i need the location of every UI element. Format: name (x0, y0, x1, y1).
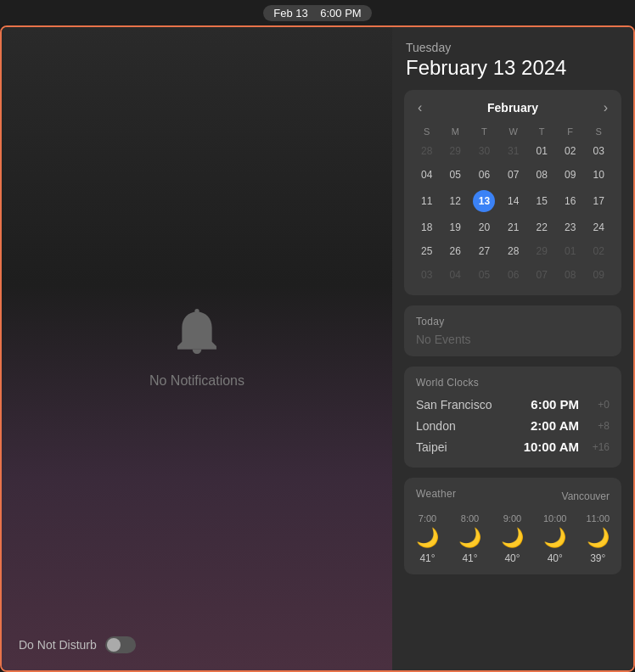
weekday-header: S (413, 124, 441, 139)
clock-row: San Francisco 6:00 PM +0 (416, 394, 610, 415)
weather-widget: Weather Vancouver 7:00 🌙 41° 8:00 🌙 41° … (404, 478, 621, 574)
forecast-time: 7:00 (419, 513, 436, 524)
clock-city: Taipei (416, 440, 524, 454)
calendar-day[interactable]: 14 (499, 187, 528, 216)
forecast-temp: 40° (504, 552, 520, 564)
calendar-day[interactable]: 13 (469, 187, 499, 216)
calendar-day[interactable]: 19 (441, 216, 470, 239)
day-name: Tuesday (406, 41, 620, 54)
calendar-day[interactable]: 17 (584, 187, 613, 216)
calendar-day[interactable]: 08 (556, 263, 585, 287)
left-panel: No Notifications Do Not Disturb (2, 27, 392, 670)
svg-rect-0 (194, 309, 199, 313)
calendar-day[interactable]: 31 (499, 139, 528, 163)
calendar-day[interactable]: 06 (499, 263, 528, 287)
forecast-icon: 🌙 (501, 527, 524, 549)
forecast-item: 9:00 🌙 40° (501, 513, 524, 564)
calendar-day[interactable]: 27 (469, 239, 499, 263)
calendar-day[interactable]: 28 (413, 139, 441, 163)
calendar-day[interactable]: 16 (556, 187, 585, 216)
world-clocks-widget: World Clocks San Francisco 6:00 PM +0 Lo… (404, 367, 621, 468)
forecast-time: 11:00 (586, 513, 610, 524)
calendar-day[interactable]: 05 (441, 163, 470, 187)
world-clocks-title: World Clocks (416, 377, 610, 389)
toggle-knob (107, 638, 121, 652)
clock-row: London 2:00 AM +8 (416, 415, 610, 436)
forecast-item: 7:00 🌙 41° (416, 513, 439, 564)
forecast-time: 10:00 (543, 513, 567, 524)
forecast-time: 9:00 (503, 513, 521, 524)
calendar-day[interactable]: 01 (556, 239, 585, 263)
calendar-grid: SMTWTFS 28293031010203040506070809101112… (413, 124, 613, 287)
forecast-temp: 41° (419, 552, 435, 564)
weather-header: Weather Vancouver (416, 488, 610, 505)
calendar-day[interactable]: 06 (469, 163, 499, 187)
dnd-toggle[interactable] (105, 636, 136, 653)
next-month-button[interactable]: › (598, 98, 613, 117)
date-display: Feb 13 (273, 7, 307, 20)
clock-time: 2:00 AM (531, 418, 579, 433)
clock-offset: +16 (586, 441, 610, 453)
calendar-day[interactable]: 09 (584, 263, 613, 287)
weekday-header: W (499, 124, 528, 139)
time-display: 6:00 PM (320, 7, 361, 20)
clock-city: London (416, 419, 531, 433)
calendar-day[interactable]: 09 (556, 163, 585, 187)
calendar-day[interactable]: 15 (527, 187, 556, 216)
date-header: Tuesday February 13 2024 (404, 41, 621, 80)
calendar-day[interactable]: 07 (527, 263, 556, 287)
dnd-bar: Do Not Disturb (19, 636, 136, 653)
weekday-header: M (441, 124, 470, 139)
weekday-header: S (584, 124, 613, 139)
clock-offset: +8 (586, 420, 610, 432)
forecast-temp: 41° (462, 552, 477, 564)
calendar-day[interactable]: 05 (469, 263, 499, 287)
calendar-day[interactable]: 02 (584, 239, 613, 263)
calendar-day[interactable]: 10 (584, 163, 613, 187)
calendar-day[interactable]: 04 (441, 263, 470, 287)
calendar-day[interactable]: 25 (413, 239, 441, 263)
forecast-temp: 40° (548, 552, 563, 564)
date-full: February 13 2024 (406, 56, 620, 80)
calendar-day[interactable]: 01 (527, 139, 556, 163)
no-notifications-label: No Notifications (149, 373, 244, 389)
right-panel: Tuesday February 13 2024 ‹ February › SM… (392, 27, 633, 670)
clock-row: Taipei 10:00 AM +16 (416, 436, 610, 457)
calendar-day[interactable]: 03 (413, 263, 441, 287)
weather-forecast: 7:00 🌙 41° 8:00 🌙 41° 9:00 🌙 40° 10:00 🌙… (416, 513, 610, 564)
calendar-day[interactable]: 23 (556, 216, 585, 239)
calendar-day[interactable]: 21 (499, 216, 528, 239)
calendar-day[interactable]: 02 (556, 139, 585, 163)
forecast-item: 8:00 🌙 41° (458, 513, 481, 564)
forecast-time: 8:00 (461, 513, 479, 524)
calendar-day[interactable]: 24 (584, 216, 613, 239)
calendar-day[interactable]: 11 (413, 187, 441, 216)
calendar-day[interactable]: 28 (499, 239, 528, 263)
top-bar: Feb 13 6:00 PM (0, 0, 635, 25)
weather-location: Vancouver (562, 490, 610, 502)
calendar-day[interactable]: 03 (584, 139, 613, 163)
calendar-day[interactable]: 08 (527, 163, 556, 187)
calendar-day[interactable]: 29 (441, 139, 470, 163)
today-widget: Today No Events (404, 305, 621, 356)
weekday-header: F (556, 124, 585, 139)
calendar-day[interactable]: 04 (413, 163, 441, 187)
calendar-day[interactable]: 29 (527, 239, 556, 263)
clock-time: 10:00 AM (524, 440, 579, 454)
calendar-day[interactable]: 22 (527, 216, 556, 239)
calendar-day[interactable]: 26 (441, 239, 470, 263)
calendar-day[interactable]: 30 (469, 139, 499, 163)
calendar-day[interactable]: 20 (469, 216, 499, 239)
forecast-icon: 🌙 (416, 527, 439, 549)
clock-offset: +0 (586, 399, 610, 411)
calendar-day[interactable]: 12 (441, 187, 470, 216)
clock-time: 6:00 PM (531, 397, 579, 412)
forecast-icon: 🌙 (458, 527, 481, 549)
weekday-header: T (469, 124, 499, 139)
today-title: Today (416, 316, 610, 328)
forecast-icon: 🌙 (543, 527, 566, 549)
prev-month-button[interactable]: ‹ (413, 98, 427, 117)
calendar-day[interactable]: 18 (413, 216, 441, 239)
forecast-icon: 🌙 (587, 527, 610, 549)
calendar-day[interactable]: 07 (499, 163, 528, 187)
